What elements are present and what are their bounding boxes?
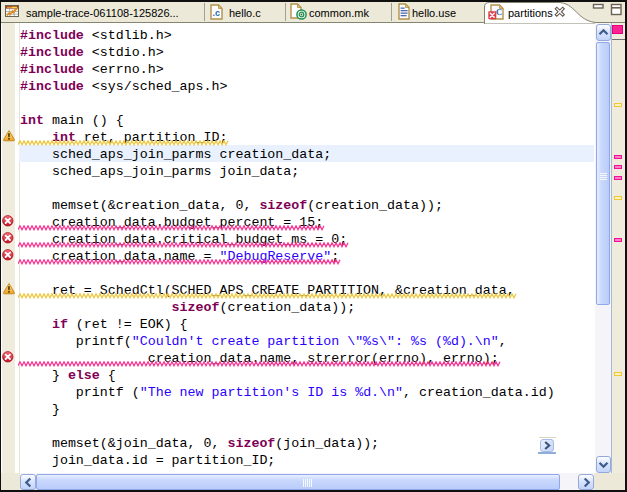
svg-text:.c: .c <box>213 8 221 18</box>
